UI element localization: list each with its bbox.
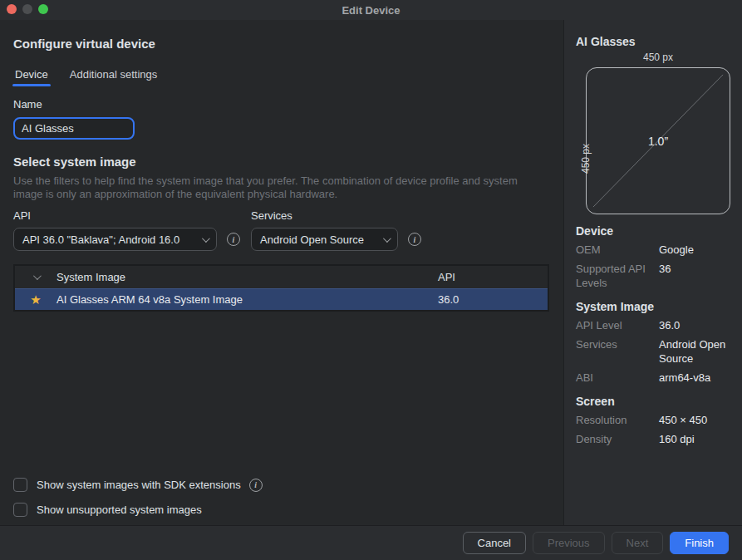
page-title: Configure virtual device xyxy=(13,37,550,51)
screen-diagram: 450 px 1.0” 450 px xyxy=(576,52,730,214)
chevron-down-icon xyxy=(383,234,391,243)
next-button: Next xyxy=(612,532,664,554)
resolution-value: 450 × 450 xyxy=(659,413,730,427)
abi-label: ABI xyxy=(576,371,659,385)
services-filter-label: Services xyxy=(251,209,421,222)
configure-panel: Configure virtual device Device Addition… xyxy=(0,20,563,525)
chevron-down-icon xyxy=(202,234,210,243)
unsupported-images-option: Show unsupported system images xyxy=(13,503,263,517)
device-name-input[interactable] xyxy=(13,117,135,140)
unsupported-images-label: Show unsupported system images xyxy=(37,504,202,516)
system-image-api: 36.0 xyxy=(438,293,548,306)
select-system-image-description: Use the filters to help find the system … xyxy=(13,174,545,201)
star-icon[interactable]: ★ xyxy=(30,293,41,306)
minimize-window-button xyxy=(22,4,32,14)
sdk-extensions-option: Show system images with SDK extensions i xyxy=(13,478,263,492)
dialog-footer: Cancel Previous Next Finish xyxy=(0,525,742,560)
filters: API API 36.0 "Baklava"; Android 16.0 i S… xyxy=(13,209,550,251)
services-value: Android Open Source xyxy=(659,337,730,366)
services-info-icon[interactable]: i xyxy=(408,233,421,246)
select-system-image-title: Select system image xyxy=(13,155,550,169)
supported-api-label: Supported API Levels xyxy=(576,262,659,290)
api-level-label: API Level xyxy=(576,318,659,332)
previous-button: Previous xyxy=(533,532,605,554)
oem-value: Google xyxy=(659,243,730,257)
spec-device-heading: Device xyxy=(576,224,730,238)
cancel-button[interactable]: Cancel xyxy=(463,532,526,554)
system-image-name: AI Glasses ARM 64 v8a System Image xyxy=(57,293,438,306)
services-label: Services xyxy=(576,337,659,366)
services-dropdown[interactable]: Android Open Source xyxy=(251,228,398,251)
name-label: Name xyxy=(13,98,550,111)
tab-bar: Device Additional settings xyxy=(15,68,550,86)
titlebar: Edit Device xyxy=(0,0,742,20)
api-level-value: 36.0 xyxy=(659,318,730,332)
window-controls xyxy=(7,4,48,14)
table-options: Show system images with SDK extensions i… xyxy=(13,467,263,517)
table-header: System Image API xyxy=(15,266,548,288)
resolution-label: Resolution xyxy=(576,413,659,427)
services-dropdown-value: Android Open Source xyxy=(260,233,364,246)
close-window-button[interactable] xyxy=(7,4,17,14)
sdk-extensions-info-icon[interactable]: i xyxy=(249,479,263,492)
sdk-extensions-checkbox[interactable] xyxy=(13,478,27,492)
abi-value: arm64-v8a xyxy=(659,371,730,385)
api-info-icon[interactable]: i xyxy=(227,233,240,246)
edit-device-dialog: Edit Device Configure virtual device Dev… xyxy=(0,0,742,560)
window-title: Edit Device xyxy=(342,4,400,17)
system-image-table: System Image API ★ AI Glasses ARM 64 v8a… xyxy=(13,264,549,312)
tab-device[interactable]: Device xyxy=(15,68,48,86)
diagram-diagonal-label: 1.0” xyxy=(648,135,668,148)
api-dropdown-value: API 36.0 "Baklava"; Android 16.0 xyxy=(22,233,179,246)
oem-label: OEM xyxy=(576,243,659,257)
column-header-system-image[interactable]: System Image xyxy=(57,271,438,283)
supported-api-value: 36 xyxy=(659,262,730,290)
finish-button[interactable]: Finish xyxy=(670,532,729,554)
density-value: 160 dpi xyxy=(659,432,730,446)
sort-chevron-icon[interactable] xyxy=(15,274,57,280)
tab-additional-settings[interactable]: Additional settings xyxy=(70,68,158,86)
device-preview-panel: AI Glasses 450 px 1.0” 450 px Device OEM… xyxy=(563,20,742,525)
spec-screen-heading: Screen xyxy=(576,395,730,408)
column-header-api[interactable]: API xyxy=(438,271,548,283)
diagram-width-label: 450 px xyxy=(586,52,730,63)
api-dropdown[interactable]: API 36.0 "Baklava"; Android 16.0 xyxy=(13,228,217,251)
density-label: Density xyxy=(576,432,659,446)
diagram-rect: 1.0” xyxy=(586,67,730,214)
unsupported-images-checkbox[interactable] xyxy=(13,503,27,517)
diagram-height-label: 450 px xyxy=(580,134,592,184)
table-row[interactable]: ★ AI Glasses ARM 64 v8a System Image 36.… xyxy=(15,288,548,310)
preview-device-name: AI Glasses xyxy=(576,35,730,48)
spec-system-image-heading: System Image xyxy=(576,300,730,313)
zoom-window-button[interactable] xyxy=(38,4,48,14)
sdk-extensions-label: Show system images with SDK extensions xyxy=(37,479,241,491)
api-filter-label: API xyxy=(13,209,251,222)
